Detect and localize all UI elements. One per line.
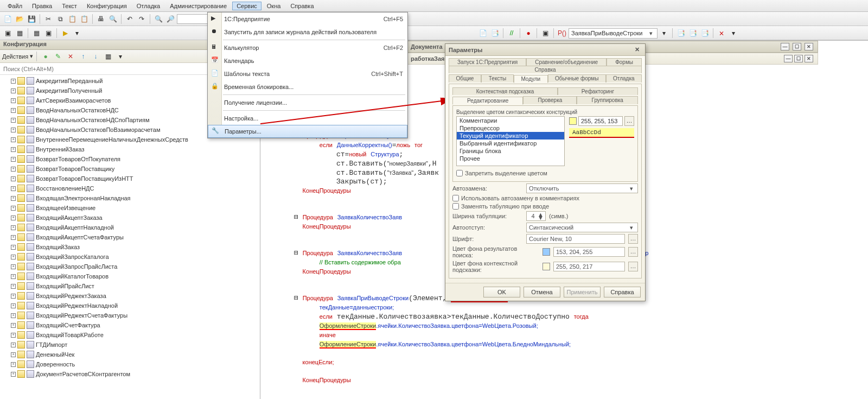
close-icon[interactable]: ✕ [805,43,813,50]
undo-icon[interactable]: ↶ [124,14,135,24]
sub-max-icon[interactable]: ☐ [794,55,803,62]
tree-item[interactable]: +ВходящийЗапросКаталога [0,252,260,262]
cfg-add-icon[interactable]: ● [40,51,51,62]
color-field[interactable]: 255, 255, 153 [578,116,623,126]
menu-1[interactable]: Правка [28,2,56,10]
tree-item[interactable]: +ВозвратТоваровПоставщику [0,164,260,174]
proc-icon[interactable]: P() [557,28,567,39]
list-item[interactable]: Препроцессор [457,124,564,132]
tab[interactable]: Сравнение/объединение [526,58,607,66]
comment-icon[interactable]: // [506,28,517,39]
tree-item[interactable]: +ВходящийПрайсЛист [0,281,260,291]
tree-item[interactable]: +ВходящийКаталогТоваров [0,271,260,281]
tree-item[interactable]: +ВходящееИзвещение [0,203,260,213]
new-icon[interactable]: 📄 [2,14,13,24]
menu-4[interactable]: Отладка [132,2,164,10]
tree-item[interactable]: +ВходящаяЭлектроннаяНакладная [0,193,260,203]
bp-icon[interactable]: ● [523,28,534,39]
menu-2[interactable]: Текст [58,2,81,10]
copy-icon[interactable]: ⧉ [55,14,66,24]
mod-d-icon[interactable]: ▾ [659,28,669,39]
mod-e-icon[interactable]: 📑 [675,28,686,39]
tab[interactable]: Проверка [523,96,577,104]
menu-item[interactable]: 📅Календарь [208,54,407,67]
tree-item[interactable]: +ВходящийРеджектЗаказа [0,291,260,301]
color-picker-button[interactable]: … [624,116,634,126]
tree-item[interactable]: +ВозвратТоваровПоставщикуИзНТТ [0,174,260,183]
save-icon[interactable]: 💾 [26,14,37,24]
mod-h-icon[interactable]: ⨯ [716,28,727,39]
tab[interactable]: Контекстная подсказка [452,87,558,95]
tab[interactable]: Обычные формы [548,74,606,83]
actions-dd[interactable]: Действия [2,53,28,60]
tb2-b-icon[interactable]: ▦ [14,28,25,39]
print-icon[interactable]: 🖶 [95,14,106,24]
tabwidth-spinner[interactable]: 4▲▼ [526,211,546,221]
tab[interactable]: Справка [449,66,642,73]
autoindent-select[interactable]: Синтаксический▾ [526,223,638,232]
menu-5[interactable]: Администрирование [165,2,231,10]
tree-item[interactable]: +ДенежныйЧек [0,350,260,359]
run-dd-icon[interactable]: ▾ [72,28,82,39]
min-icon[interactable]: — [781,43,789,50]
find-icon[interactable]: 🔍 [153,14,164,24]
menu-item[interactable]: 🔒Временная блокировка... [208,80,407,93]
tree-item[interactable]: +ВнутреннийЗаказ [0,144,260,154]
list-item[interactable]: Комментарии [457,117,564,124]
tree-item[interactable]: +ВходящийАкцептСчетаФактуры [0,232,260,242]
font-picker-button[interactable]: … [628,234,638,244]
mod-b-icon[interactable]: 📑 [489,28,500,39]
tab[interactable]: Модули [514,75,548,83]
zoom-icon[interactable]: 🔎 [165,14,176,24]
max-icon[interactable]: ☐ [793,43,801,50]
tree-item[interactable]: +ВходящийТоварКРаботе [0,330,260,340]
tree-item[interactable]: +ГТДИмпорт [0,340,260,350]
tab[interactable]: Рефакторинг [558,87,638,95]
tab[interactable]: Запуск 1С:Предприятия [449,58,526,66]
tab[interactable]: Редактирование [452,97,523,105]
tree-item[interactable]: +ВходящийРеджектНакладной [0,301,260,311]
tb2-d-icon[interactable]: ▣ [43,28,54,39]
mod-a-icon[interactable]: 📄 [477,28,488,39]
list-item[interactable]: Прочее [457,155,564,162]
paste2-icon[interactable]: 📋 [79,14,90,24]
tree-item[interactable]: +ВходящийЗапросПрайсЛиста [0,262,260,271]
tab[interactable]: Общие [449,74,481,83]
search-bg-field[interactable]: 153, 204, 255 [553,247,625,257]
tab[interactable]: Группировка [577,96,638,104]
mod-i-icon[interactable]: ▾ [728,28,739,39]
hint-bg-picker[interactable]: … [628,262,638,271]
syntax-list[interactable]: КомментарииПрепроцессорТекущий идентифик… [456,116,565,166]
tree-item[interactable]: +ДокументРасчетовСКонтрагентом [0,369,260,379]
tab[interactable]: Формы [607,58,642,66]
sub-min-icon[interactable]: — [784,55,793,62]
autoreplace-select[interactable]: Отключить▾ [526,183,638,193]
tree-item[interactable]: +ВходящийРеджектСчетаФактуры [0,311,260,320]
menu-0[interactable]: Файл [3,2,27,10]
menu-7[interactable]: Окна [263,2,285,10]
menu-6[interactable]: Сервис [232,2,261,10]
hint-bg-field[interactable]: 255, 250, 217 [553,262,625,271]
list-item[interactable]: Текущий идентификатор [457,132,564,140]
sub-close-icon[interactable]: ✕ [805,55,813,62]
tree-item[interactable]: +ВходящийСчетФактура [0,320,260,330]
font-field[interactable]: Courier New, 10 [526,234,625,244]
paste-icon[interactable]: 📋 [67,14,78,24]
open-icon[interactable]: 📂 [14,14,25,24]
menu-8[interactable]: Справка [286,2,318,10]
list-item[interactable]: Выбранный идентификатор [457,140,564,147]
cut-icon[interactable]: ✂ [43,14,54,24]
cfg-sort-icon[interactable]: ▦ [103,51,113,62]
tab[interactable]: Отладка [606,74,642,83]
mod-g-icon[interactable]: 📑 [699,28,710,39]
dialog-close-icon[interactable]: ✕ [632,46,642,53]
menu-3[interactable]: Конфигурация [82,2,131,10]
list-item[interactable]: Границы блока [457,147,564,155]
preview-icon[interactable]: 🔍 [107,14,118,24]
tree-item[interactable]: +Доверенность [0,359,260,369]
apply-button[interactable]: Применить [564,287,601,297]
chk-disable-highlight[interactable]: Запретить выделение цветом [456,170,634,176]
mod-c-icon[interactable]: ▣ [540,28,551,39]
procedure-select[interactable]: ЗаявкаПриВыводеСтроки▾ [569,28,658,39]
menu-item[interactable]: 📄Шаблоны текстаCtrl+Shift+T [208,67,407,80]
